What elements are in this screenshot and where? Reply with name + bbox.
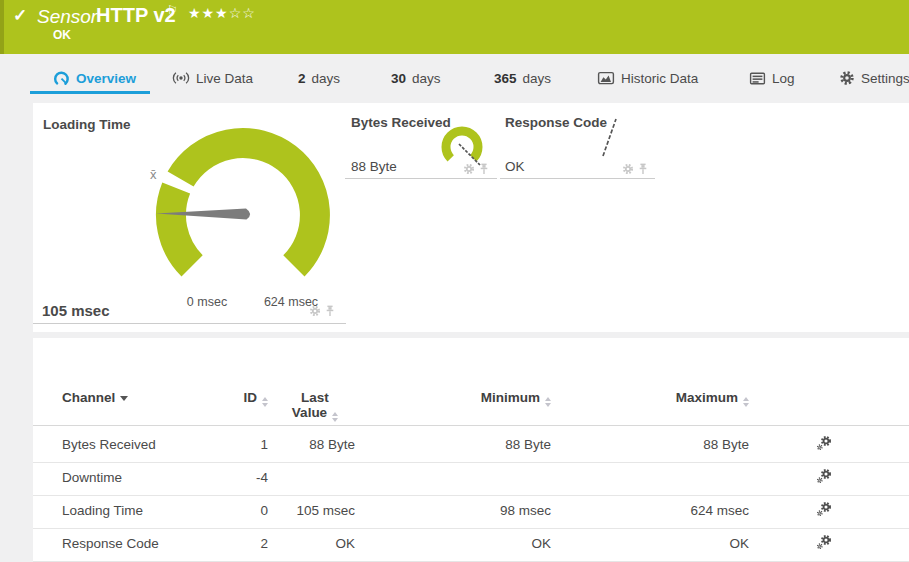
channel-settings-gears-icon[interactable] [816, 534, 832, 550]
tab-label: Live Data [196, 71, 253, 86]
tile-divider [500, 178, 655, 179]
tab-number: 30 [391, 71, 406, 86]
row-divider [33, 462, 909, 463]
sort-icon [262, 397, 268, 407]
cell-channel: Bytes Received [62, 437, 156, 452]
cell-min: OK [431, 536, 551, 551]
average-marker: x̄ [150, 167, 157, 182]
pin-icon[interactable] [479, 163, 489, 175]
bytes-received-tile-actions [463, 163, 489, 175]
status-ok-check-icon: ✓ [13, 5, 27, 26]
sort-icon [332, 412, 338, 422]
cell-last: OK [255, 536, 355, 551]
column-header-minimum[interactable]: Minimum [431, 390, 551, 408]
scale-min-label: 0 msec [167, 295, 247, 309]
sort-icon [743, 397, 749, 407]
cell-min: 88 Byte [431, 437, 551, 452]
prtg-sensor-page: ✓ Sensor HTTP v2 ⚐ ★★★☆☆ OK Overview Liv… [0, 0, 909, 562]
tile-divider [33, 323, 346, 324]
sensor-status-badge: OK [53, 28, 71, 42]
log-icon [749, 71, 766, 86]
tab-label: Overview [76, 71, 136, 86]
sensor-header: ✓ Sensor HTTP v2 ⚐ ★★★☆☆ OK [0, 0, 909, 54]
settings-icon [839, 70, 855, 86]
tab-number: 365 [494, 71, 517, 86]
tab-label: Log [772, 71, 795, 86]
active-tab-underline [30, 91, 150, 94]
tab-settings[interactable]: Settings [839, 66, 909, 90]
gauge-needle [603, 119, 616, 156]
column-header-id[interactable]: ID [168, 390, 268, 408]
tab-label: days [412, 71, 441, 86]
priority-stars[interactable]: ★★★☆☆ [188, 5, 256, 21]
column-header-label: Channel [62, 390, 115, 405]
header-accent-strip [0, 0, 4, 54]
channels-table-panel: Channel ID Last Value Minimum Maximum By… [33, 338, 909, 562]
gear-icon[interactable] [622, 163, 634, 175]
row-divider [33, 495, 909, 496]
column-header-label: ID [244, 390, 258, 405]
sort-icon [545, 397, 551, 407]
gauge-title-response-code: Response Code [505, 115, 607, 130]
response-code-gauge [595, 116, 625, 161]
cell-id: -4 [168, 470, 268, 485]
sensor-kind-label: Sensor [37, 6, 97, 28]
historic-data-icon [597, 70, 615, 86]
cell-id: 2 [168, 536, 268, 551]
response-code-tile: Response Code OK [500, 103, 655, 179]
column-header-last-value[interactable]: Last Value [275, 390, 355, 423]
sort-desc-icon [120, 396, 128, 401]
gauge-title-loading-time: Loading Time [43, 117, 131, 132]
cell-last: 88 Byte [255, 437, 355, 452]
channel-settings-gears-icon[interactable] [816, 468, 832, 484]
cell-min: 98 msec [431, 503, 551, 518]
gauge-icon [53, 70, 70, 87]
tab-overview[interactable]: Overview [53, 66, 136, 90]
loading-time-gauge: x̄ [138, 111, 348, 311]
channel-settings-gears-icon[interactable] [816, 435, 832, 451]
tab-365-days[interactable]: 365 days [494, 66, 551, 90]
tile-divider [345, 178, 497, 179]
cell-channel: Loading Time [62, 503, 143, 518]
gear-icon[interactable] [309, 305, 321, 317]
tab-label: days [523, 71, 552, 86]
pin-icon[interactable] [325, 305, 335, 317]
column-header-label: Minimum [481, 390, 540, 405]
live-data-icon [172, 70, 190, 86]
column-header-label: Value [292, 405, 327, 420]
cell-id: 0 [168, 503, 268, 518]
tab-label: Historic Data [621, 71, 698, 86]
cell-max: 624 msec [629, 503, 749, 518]
bytes-received-tile: Bytes Received 88 Byte [345, 103, 497, 179]
tab-2-days[interactable]: 2 days [298, 66, 340, 90]
cell-max: OK [629, 536, 749, 551]
tab-30-days[interactable]: 30 days [391, 66, 441, 90]
sensor-title: HTTP v2 [96, 4, 176, 27]
table-header-divider [33, 425, 909, 426]
cell-last: 105 msec [255, 503, 355, 518]
response-code-tile-actions [622, 163, 648, 175]
cell-max: 88 Byte [629, 437, 749, 452]
pin-icon[interactable] [638, 163, 648, 175]
tab-log[interactable]: Log [749, 66, 795, 90]
column-header-channel[interactable]: Channel [62, 390, 128, 405]
response-code-value: OK [505, 159, 525, 174]
column-header-maximum[interactable]: Maximum [629, 390, 749, 408]
column-header-label: Last [275, 390, 355, 405]
channel-settings-gears-icon[interactable] [816, 501, 832, 517]
tab-number: 2 [298, 71, 306, 86]
priority-flag-icon[interactable]: ⚐ [167, 3, 178, 17]
tab-label: days [312, 71, 341, 86]
tab-historic-data[interactable]: Historic Data [597, 66, 698, 90]
loading-time-value: 105 msec [42, 302, 110, 319]
gear-icon[interactable] [463, 163, 475, 175]
loading-time-tile-actions [309, 305, 335, 317]
cell-channel: Response Code [62, 536, 159, 551]
column-header-label: Maximum [676, 390, 738, 405]
cell-channel: Downtime [62, 470, 122, 485]
tab-label: Settings [861, 71, 909, 86]
cell-id: 1 [168, 437, 268, 452]
tab-live-data[interactable]: Live Data [172, 66, 253, 90]
bytes-received-value: 88 Byte [351, 159, 397, 174]
gauges-panel: Loading Time x̄ 0 msec 624 msec 105 msec [33, 103, 909, 332]
